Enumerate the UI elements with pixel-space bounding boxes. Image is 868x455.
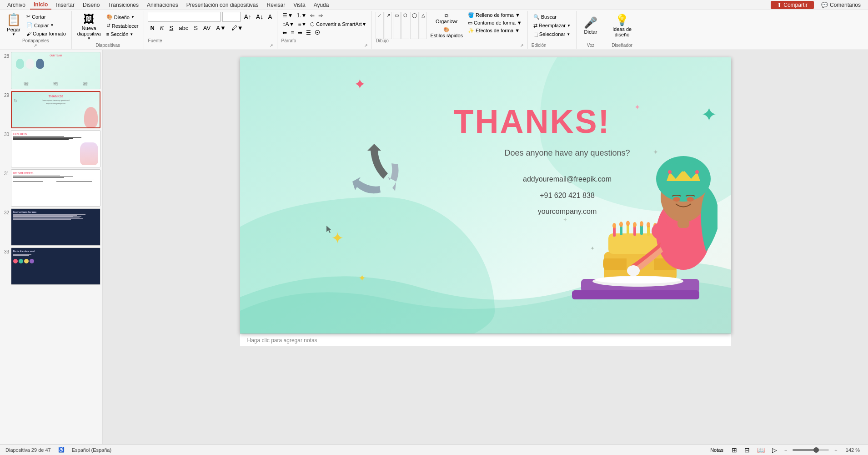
decrease-font-button[interactable]: A↓: [255, 13, 265, 20]
slide-status: Diapositiva 29 de 47: [5, 447, 51, 453]
format-copy-button[interactable]: 🖌 Copiar formato: [25, 30, 68, 37]
share-button[interactable]: ⬆ Compartir: [771, 1, 814, 9]
quick-styles-button[interactable]: 🎨 Estilos rápidos: [428, 26, 465, 39]
numbered-list-button[interactable]: 1.▼: [295, 12, 308, 19]
convert-smartart-button[interactable]: ⬡ Convertir a SmartArt▼: [309, 21, 368, 28]
shape-arrow[interactable]: ↗: [385, 12, 392, 39]
fontcolor-button[interactable]: A▼: [214, 24, 228, 32]
design-button[interactable]: 🎨 Diseño ▼: [105, 13, 140, 21]
copy-dropdown[interactable]: ▼: [50, 23, 54, 27]
arrange-button[interactable]: ⧉ Organizar: [428, 12, 465, 25]
paste-button[interactable]: 📋 Pegar ▼: [4, 12, 24, 37]
portapapeles-expand[interactable]: ↗: [34, 43, 37, 48]
columns-button[interactable]: ⦿: [313, 29, 321, 36]
reading-view-button[interactable]: 📖: [755, 445, 767, 455]
section-button[interactable]: ≡ Sección ▼: [105, 30, 140, 38]
slide-thumb-32[interactable]: 32 Instructions for use: [2, 208, 100, 246]
slideshow-button[interactable]: ▷: [770, 445, 779, 455]
justify-button[interactable]: ☰: [305, 29, 312, 36]
ribbon-group-fuente: 14 A↑ A↓ A N K S abc S AV A▼ 🖊▼ Fuente ↗: [144, 11, 277, 49]
copy-button[interactable]: 📄 Copiar ▼: [25, 21, 68, 29]
bullet-list-button[interactable]: ☰▼: [281, 12, 294, 19]
star-yellow: ✦: [331, 229, 344, 247]
slide-thumb-28[interactable]: 28 OUR TEAM NAMETITLE NAMETITLE NAMETITL…: [2, 52, 100, 89]
star-pink-top: ✦: [354, 76, 366, 93]
charspacing-button[interactable]: AV: [201, 24, 213, 32]
star-pink-right: ✦: [634, 103, 640, 111]
notes-bar[interactable]: Haga clic para agregar notas: [240, 334, 731, 346]
paste-dropdown[interactable]: ▼: [12, 32, 15, 36]
slide-thumb-29[interactable]: 29 THANKS! Does anyone have any question…: [2, 91, 100, 128]
new-slide-button[interactable]: 🖼 Nueva diapositiva ▼: [75, 12, 103, 41]
italic-button[interactable]: K: [158, 24, 166, 32]
dictate-button[interactable]: 🎤 Dictar: [580, 12, 601, 39]
zoom-slider[interactable]: [793, 449, 829, 451]
menu-vista[interactable]: Vista: [290, 1, 309, 9]
increase-font-button[interactable]: A↑: [242, 13, 252, 20]
ribbon-group-dibujo: ⟋ ↗ ▭ ⬡ ◯ △ ⧉ Organizar 🎨 Estilos rápido…: [372, 11, 527, 49]
zoom-level[interactable]: 142 %: [843, 446, 863, 454]
normal-view-button[interactable]: ⊞: [730, 445, 739, 455]
menu-insertar[interactable]: Insertar: [52, 1, 78, 9]
slide-thumb-33[interactable]: 33 Fonts & colors used: [2, 248, 100, 285]
accessibility-icon[interactable]: ♿: [58, 447, 65, 453]
shadow-button[interactable]: S: [191, 24, 200, 32]
svg-rect-1: [572, 290, 699, 299]
slide-canvas[interactable]: ✦ ✦ ✦ ✦ ✦ ✦ ✦ ✦ ✦ ✦: [240, 57, 731, 334]
text-direction-button[interactable]: ↕A▼: [281, 20, 296, 28]
language-status[interactable]: Español (España): [72, 447, 111, 453]
align-left-button[interactable]: ⬅: [281, 29, 288, 36]
shape-tri[interactable]: △: [420, 12, 427, 39]
dibujo-expand[interactable]: ↗: [520, 43, 524, 48]
clear-format-button[interactable]: A: [266, 13, 273, 20]
menu-inicio[interactable]: Inicio: [30, 0, 51, 10]
svg-point-18: [640, 221, 643, 227]
shape-circle[interactable]: ◯: [410, 12, 419, 39]
fill-button[interactable]: 🪣 Relleno de forma ▼: [466, 12, 524, 19]
notes-toggle[interactable]: Notas: [707, 446, 726, 454]
comments-button[interactable]: 💬 Comentarios: [818, 1, 864, 9]
shape-line[interactable]: ⟋: [376, 12, 384, 39]
menu-presentacion[interactable]: Presentación con diapositivas: [183, 1, 262, 9]
voz-label: Voz: [587, 43, 595, 48]
svg-point-26: [682, 168, 685, 172]
menu-animaciones[interactable]: Animaciones: [143, 1, 182, 9]
shape-more[interactable]: ⬡: [401, 12, 409, 39]
menu-transiciones[interactable]: Transiciones: [104, 1, 142, 9]
zoom-minus[interactable]: −: [783, 446, 789, 454]
cut-button[interactable]: ✂ Cortar: [25, 13, 68, 20]
design-ideas-button[interactable]: 💡 Ideas de diseño: [609, 12, 635, 39]
align-center-button[interactable]: ≡: [289, 29, 295, 36]
strikethrough-button[interactable]: abc: [176, 24, 191, 32]
highlight-button[interactable]: 🖊▼: [229, 24, 246, 32]
shape-rect[interactable]: ▭: [393, 12, 401, 39]
menu-diseno[interactable]: Diseño: [79, 1, 103, 9]
slide-sorter-button[interactable]: ⊟: [743, 445, 752, 455]
bold-button[interactable]: N: [148, 24, 156, 32]
svg-point-29: [687, 197, 694, 202]
underline-button[interactable]: S: [167, 24, 176, 32]
align-right-button[interactable]: ➡: [296, 29, 304, 36]
search-button[interactable]: 🔍 Buscar: [532, 13, 572, 21]
align-text-button[interactable]: ≡▼: [296, 20, 308, 28]
parrafo-expand[interactable]: ↗: [364, 43, 368, 48]
fuente-expand[interactable]: ↗: [270, 43, 273, 48]
thanks-title[interactable]: THANKS!: [454, 103, 611, 140]
replace-button[interactable]: ⇄ Reemplazar ▼: [532, 22, 572, 30]
increase-indent-button[interactable]: ⇒: [317, 12, 324, 19]
reset-button[interactable]: ↺ Restablecer: [105, 22, 140, 30]
outline-button[interactable]: ▭ Contorno de forma ▼: [466, 20, 524, 26]
menu-archivo[interactable]: Archivo: [4, 1, 29, 9]
effects-button[interactable]: ✨ Efectos de forma ▼: [466, 27, 524, 34]
menu-ayuda[interactable]: Ayuda: [310, 1, 333, 9]
select-button[interactable]: ⬚ Seleccionar ▼: [532, 30, 572, 38]
new-slide-dropdown[interactable]: ▼: [87, 36, 91, 40]
font-name-input[interactable]: [148, 12, 221, 22]
slide-thumb-30[interactable]: 30 CREDITS: [2, 130, 100, 167]
menu-revisar[interactable]: Revisar: [263, 1, 289, 9]
slide-thumb-31[interactable]: 31 RESOURCES: [2, 169, 100, 207]
svg-rect-31: [677, 219, 689, 228]
decrease-indent-button[interactable]: ⇐: [309, 12, 316, 19]
zoom-plus[interactable]: +: [833, 446, 839, 454]
font-size-input[interactable]: 14: [222, 12, 241, 22]
